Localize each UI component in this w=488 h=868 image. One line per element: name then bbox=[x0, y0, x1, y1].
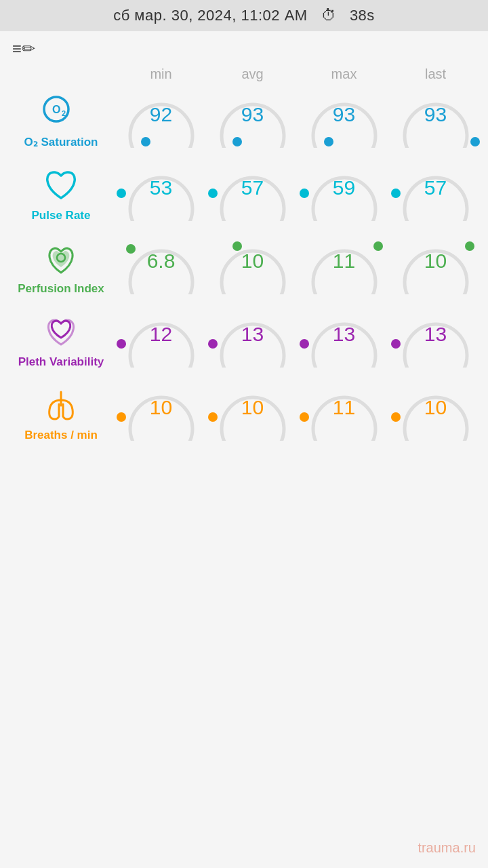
breaths-min-value-max: 11 bbox=[307, 396, 382, 419]
o2-saturation-dot-avg bbox=[232, 137, 242, 146]
perfusion-index-icon bbox=[37, 239, 85, 279]
o2-saturation-arc-last: 93 bbox=[399, 94, 473, 148]
breaths-min-gauge-avg: 10 bbox=[207, 387, 298, 441]
pulse-rate-arc-max: 59 bbox=[307, 167, 382, 221]
breaths-min-arc-avg: 10 bbox=[216, 387, 290, 441]
breaths-min-arc-max: 11 bbox=[307, 387, 382, 441]
pulse-rate-arc-min: 53 bbox=[124, 167, 199, 221]
perfusion-index-dot-last bbox=[465, 241, 474, 251]
metric-icon-label-breaths-min: Breaths / min bbox=[7, 385, 115, 442]
pleth-variability-arc-max: 13 bbox=[307, 313, 382, 368]
perfusion-index-arc-avg: 10 bbox=[216, 240, 290, 294]
pleth-variability-gauges: 12 13 13 13 bbox=[115, 313, 481, 368]
pulse-rate-arc-last: 57 bbox=[399, 167, 473, 221]
o2-saturation-value-max: 93 bbox=[307, 103, 382, 126]
perfusion-index-gauge-avg: 10 bbox=[207, 240, 298, 294]
o2-saturation-arc-avg: 93 bbox=[216, 94, 290, 148]
pulse-rate-gauge-max: 59 bbox=[298, 167, 390, 221]
pulse-rate-arc-avg: 57 bbox=[216, 167, 290, 221]
metric-row-breaths-min: Breaths / min 10 10 11 10 bbox=[0, 378, 488, 449]
perfusion-index-value-min: 6.8 bbox=[124, 250, 199, 273]
breaths-min-arc-last: 10 bbox=[399, 387, 473, 441]
col-last: last bbox=[390, 66, 481, 82]
col-min: min bbox=[115, 66, 207, 82]
pulse-rate-dot-avg bbox=[208, 189, 218, 198]
breaths-min-value-avg: 10 bbox=[216, 396, 290, 419]
pleth-variability-gauge-last: 13 bbox=[390, 313, 481, 368]
breaths-min-icon bbox=[37, 385, 85, 426]
pulse-rate-gauge-min: 53 bbox=[115, 167, 207, 221]
metric-row-perfusion-index: Perfusion Index 6.8 10 11 10 bbox=[0, 232, 488, 302]
pleth-variability-value-max: 13 bbox=[307, 323, 382, 346]
pulse-rate-gauge-last: 57 bbox=[390, 167, 481, 221]
pulse-rate-icon bbox=[37, 165, 85, 206]
pleth-variability-dot-max bbox=[300, 339, 309, 349]
datetime-text: сб мар. 30, 2024, 11:02 AM bbox=[113, 7, 308, 24]
breaths-min-value-last: 10 bbox=[399, 396, 473, 419]
pleth-variability-gauge-max: 13 bbox=[298, 313, 390, 368]
breaths-min-dot-max bbox=[300, 412, 309, 422]
pulse-rate-value-last: 57 bbox=[399, 176, 473, 199]
o2-saturation-gauge-avg: 93 bbox=[207, 94, 298, 148]
pleth-variability-arc-last: 13 bbox=[399, 313, 473, 368]
perfusion-index-gauges: 6.8 10 11 10 bbox=[115, 240, 481, 294]
pleth-variability-gauge-avg: 13 bbox=[207, 313, 298, 368]
breaths-min-gauges: 10 10 11 10 bbox=[115, 387, 481, 441]
breaths-min-gauge-min: 10 bbox=[115, 387, 207, 441]
watermark: trauma.ru bbox=[418, 840, 476, 856]
timer-icon: ⏱ bbox=[321, 7, 337, 24]
perfusion-index-gauge-last: 10 bbox=[390, 240, 481, 294]
metric-icon-label-pulse-rate: Pulse Rate bbox=[7, 165, 115, 222]
o2-saturation-gauge-min: 92 bbox=[115, 94, 207, 148]
menu-edit-icon[interactable]: ≡✏ bbox=[12, 39, 35, 58]
pulse-rate-gauge-avg: 57 bbox=[207, 167, 298, 221]
perfusion-index-arc-last: 10 bbox=[399, 240, 473, 294]
pulse-rate-dot-max bbox=[300, 189, 309, 198]
pulse-rate-dot-last bbox=[391, 189, 401, 198]
pulse-rate-value-max: 59 bbox=[307, 176, 382, 199]
breaths-min-arc-min: 10 bbox=[124, 387, 199, 441]
o2-saturation-arc-min: 92 bbox=[124, 94, 199, 148]
o2-saturation-value-avg: 93 bbox=[216, 103, 290, 126]
perfusion-index-value-last: 10 bbox=[399, 250, 473, 273]
status-bar: сб мар. 30, 2024, 11:02 AM ⏱ 38s bbox=[0, 0, 488, 31]
o2-saturation-value-min: 92 bbox=[124, 103, 199, 126]
o2-saturation-value-last: 93 bbox=[399, 103, 473, 126]
pulse-rate-label: Pulse Rate bbox=[32, 209, 91, 222]
breaths-min-value-min: 10 bbox=[124, 396, 199, 419]
perfusion-index-value-avg: 10 bbox=[216, 250, 290, 273]
o2-saturation-label: O₂ Saturation bbox=[24, 135, 98, 149]
breaths-min-gauge-max: 11 bbox=[298, 387, 390, 441]
metrics-container: O 2 O₂ Saturation 92 93 93 93 Pulse Rate… bbox=[0, 85, 488, 449]
col-max: max bbox=[298, 66, 390, 82]
pleth-variability-icon bbox=[37, 312, 85, 353]
breaths-min-dot-avg bbox=[208, 412, 218, 422]
pleth-variability-dot-last bbox=[391, 339, 401, 349]
pulse-rate-value-avg: 57 bbox=[216, 176, 290, 199]
perfusion-index-dot-min bbox=[126, 244, 136, 254]
perfusion-index-gauge-max: 11 bbox=[298, 240, 390, 294]
col-avg: avg bbox=[207, 66, 298, 82]
o2-saturation-dot-max bbox=[324, 137, 333, 146]
column-headers: min avg max last bbox=[115, 66, 481, 82]
o2-saturation-gauge-max: 93 bbox=[298, 94, 390, 148]
metric-row-pleth-variability: Pleth Variability 12 13 13 13 bbox=[0, 305, 488, 376]
pulse-rate-value-min: 53 bbox=[124, 176, 199, 199]
toolbar: ≡✏ bbox=[0, 31, 488, 66]
o2-saturation-dot-last bbox=[470, 137, 480, 146]
o2-saturation-arc-max: 93 bbox=[307, 94, 382, 148]
perfusion-index-arc-max: 11 bbox=[307, 240, 382, 294]
metric-icon-label-perfusion-index: Perfusion Index bbox=[7, 239, 115, 296]
perfusion-index-dot-avg bbox=[232, 241, 242, 251]
pleth-variability-value-avg: 13 bbox=[216, 323, 290, 346]
metric-row-pulse-rate: Pulse Rate 53 57 59 57 bbox=[0, 159, 488, 229]
perfusion-index-label: Perfusion Index bbox=[18, 282, 104, 296]
metric-row-o2-saturation: O 2 O₂ Saturation 92 93 93 93 bbox=[0, 85, 488, 156]
o2-saturation-gauges: 92 93 93 93 bbox=[115, 94, 481, 148]
metric-icon-label-o2-saturation: O 2 O₂ Saturation bbox=[7, 92, 115, 149]
breaths-min-dot-last bbox=[391, 412, 401, 422]
pleth-variability-arc-avg: 13 bbox=[216, 313, 290, 368]
pleth-variability-dot-avg bbox=[208, 339, 218, 349]
svg-text:O: O bbox=[52, 104, 60, 115]
pulse-rate-gauges: 53 57 59 57 bbox=[115, 167, 481, 221]
